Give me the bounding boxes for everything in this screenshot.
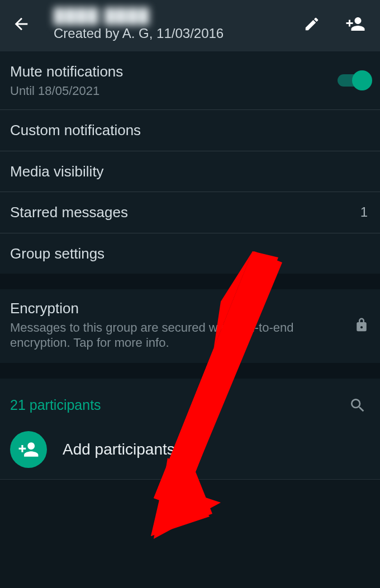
settings-section: Mute notifications Until 18/05/2021 Cust… [0, 51, 380, 274]
group-settings-title: Group settings [10, 245, 370, 263]
add-participants-row[interactable]: Add participants [0, 423, 380, 480]
starred-messages-row[interactable]: Starred messages 1 [0, 192, 380, 233]
mute-title: Mute notifications [10, 63, 338, 81]
participants-header: 21 participants [0, 379, 380, 423]
search-icon [349, 396, 367, 414]
mute-notifications-row[interactable]: Mute notifications Until 18/05/2021 [0, 51, 380, 110]
encryption-desc: Messages to this group are secured with … [10, 320, 323, 351]
custom-notifications-row[interactable]: Custom notifications [0, 110, 380, 151]
media-visibility-row[interactable]: Media visibility [0, 151, 380, 193]
pencil-icon [303, 16, 320, 32]
back-button[interactable] [8, 11, 35, 37]
search-participants-button[interactable] [345, 393, 370, 418]
header-title-block: ████ ████ Created by A. G, 11/03/2016 [35, 7, 300, 41]
group-settings-row[interactable]: Group settings [0, 233, 380, 274]
add-participants-avatar [10, 431, 47, 468]
mute-until: Until 18/05/2021 [10, 83, 338, 99]
encryption-row[interactable]: Encryption Messages to this group are se… [0, 289, 380, 363]
encryption-title: Encryption [10, 299, 353, 318]
starred-title: Starred messages [10, 203, 360, 222]
person-add-icon [18, 439, 39, 460]
person-add-icon [345, 14, 365, 34]
header-actions [300, 12, 368, 36]
section-gap-2 [0, 363, 380, 379]
app-header: ████ ████ Created by A. G, 11/03/2016 [0, 0, 380, 51]
custom-notifications-title: Custom notifications [10, 121, 370, 140]
add-participants-label: Add participants [63, 441, 175, 458]
section-gap [0, 274, 380, 289]
edit-button[interactable] [300, 12, 324, 36]
add-person-button[interactable] [343, 12, 368, 36]
back-arrow-icon [12, 15, 31, 34]
media-visibility-title: Media visibility [10, 162, 370, 181]
mute-toggle[interactable] [338, 74, 369, 87]
participants-count: 21 participants [10, 397, 345, 413]
group-name: ████ ████ [54, 7, 300, 25]
lock-icon [353, 317, 370, 333]
toggle-knob [352, 70, 372, 90]
group-created-label: Created by A. G, 11/03/2016 [54, 26, 300, 41]
starred-count: 1 [360, 204, 368, 220]
